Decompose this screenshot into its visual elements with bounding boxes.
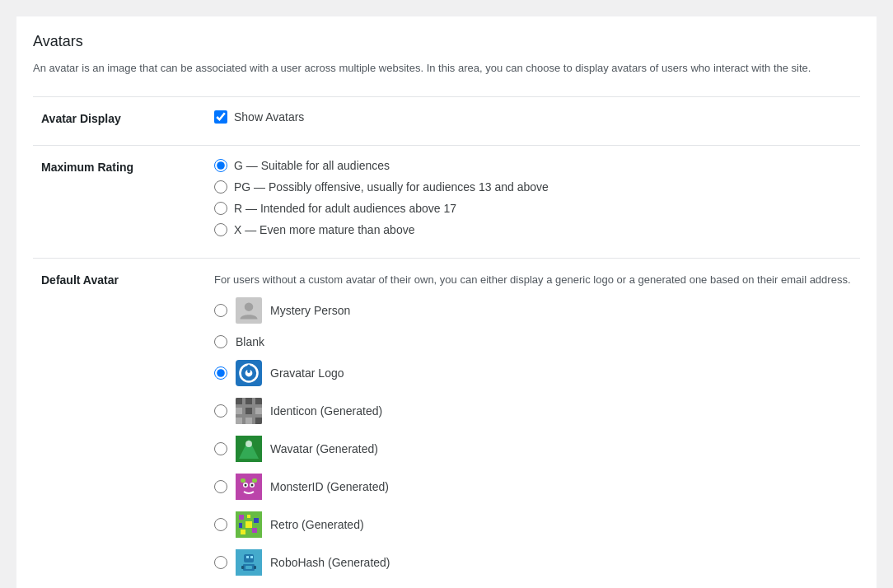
rating-r-radio[interactable] [214,202,227,215]
svg-rect-10 [255,408,262,414]
identicon-icon [236,398,262,424]
svg-point-20 [245,484,247,487]
svg-rect-39 [254,566,256,569]
svg-rect-3 [247,365,250,374]
default-avatar-description: For users without a custom avatar of the… [214,272,852,288]
avatar-display-field: Show Avatars [198,96,860,145]
rating-pg-option: PG — Possibly offensive, usually for aud… [214,180,852,194]
monsterid-icon [236,474,262,500]
avatar-wavatar-option: Wavatar (Generated) [214,436,852,462]
show-avatars-checkbox[interactable] [214,110,227,124]
svg-rect-34 [246,556,249,558]
avatar-retro-label: Retro (Generated) [270,518,364,531]
svg-rect-17 [236,474,262,500]
show-avatars-option: Show Avatars [214,110,852,124]
avatar-monsterid-option: MonsterID (Generated) [214,474,852,500]
avatar-monsterid-label: MonsterID (Generated) [270,480,389,493]
gravatar-logo-icon [236,360,262,386]
avatar-identicon-label: Identicon (Generated) [270,404,382,418]
svg-rect-37 [245,566,252,569]
retro-icon [236,511,262,538]
default-avatar-label: Default Avatar [33,258,198,588]
svg-rect-35 [250,556,253,558]
avatar-blank-option: Blank [214,335,852,348]
svg-rect-22 [241,478,245,483]
avatar-display-row: Avatar Display Show Avatars [33,96,860,145]
svg-rect-13 [255,418,262,424]
page-title: Avatars [33,33,860,50]
settings-table: Avatar Display Show Avatars Maximum Rati… [33,96,860,589]
avatar-gravatar-radio[interactable] [214,366,227,380]
svg-point-0 [245,302,254,311]
svg-rect-27 [254,518,259,523]
maximum-rating-field: G — Suitable for all audiences PG — Poss… [198,145,860,258]
rating-g-label: G — Suitable for all audiences [234,159,390,172]
avatar-retro-option: Retro (Generated) [214,511,852,538]
avatar-mystery-option: Mystery Person [214,297,852,324]
default-avatar-field: For users without a custom avatar of the… [198,258,860,588]
svg-rect-29 [245,521,252,528]
mystery-person-icon [236,297,262,324]
svg-rect-7 [255,398,262,404]
show-avatars-label: Show Avatars [234,110,304,124]
wavatar-icon [236,436,262,462]
avatar-gravatar-option: Gravatar Logo [214,360,852,386]
svg-rect-5 [236,398,242,404]
rating-x-option: X — Even more mature than above [214,223,852,236]
svg-rect-30 [241,530,245,534]
svg-rect-6 [245,398,252,404]
svg-point-21 [251,484,254,487]
avatar-mystery-radio[interactable] [214,304,227,317]
avatar-monsterid-radio[interactable] [214,480,227,493]
avatar-identicon-radio[interactable] [214,404,227,418]
rating-g-radio[interactable] [214,159,227,172]
default-avatar-row: Default Avatar For users without a custo… [33,258,860,588]
svg-point-16 [245,441,252,447]
avatar-mystery-label: Mystery Person [270,304,350,317]
avatar-robohash-label: RoboHash (Generated) [270,556,390,569]
maximum-rating-label: Maximum Rating [33,145,198,258]
settings-page: Avatars An avatar is an image that can b… [16,16,877,588]
avatar-blank-radio[interactable] [214,335,227,348]
avatar-wavatar-label: Wavatar (Generated) [270,442,378,455]
avatar-blank-label: Blank [236,335,264,348]
rating-g-option: G — Suitable for all audiences [214,159,852,172]
svg-rect-28 [239,523,242,528]
avatar-gravatar-label: Gravatar Logo [270,366,344,380]
rating-pg-label: PG — Possibly offensive, usually for aud… [234,180,549,194]
robohash-icon [236,549,262,576]
rating-x-radio[interactable] [214,223,227,236]
svg-rect-23 [252,478,257,483]
page-description: An avatar is an image that can be associ… [33,60,860,77]
rating-r-label: R — Intended for adult audiences above 1… [234,202,456,215]
maximum-rating-row: Maximum Rating G — Suitable for all audi… [33,145,860,258]
avatar-wavatar-radio[interactable] [214,442,227,455]
avatar-retro-radio[interactable] [214,518,227,531]
svg-rect-9 [245,408,252,414]
rating-pg-radio[interactable] [214,180,227,194]
svg-rect-11 [236,418,242,424]
rating-r-option: R — Intended for adult audiences above 1… [214,202,852,215]
avatar-robohash-option: RoboHash (Generated) [214,549,852,576]
svg-rect-8 [236,408,242,414]
svg-rect-26 [247,515,250,518]
svg-rect-31 [252,528,257,533]
svg-rect-12 [245,418,252,424]
rating-x-label: X — Even more mature than above [234,223,414,236]
svg-rect-38 [241,566,244,569]
avatar-robohash-radio[interactable] [214,556,227,569]
svg-rect-25 [239,515,244,520]
avatar-identicon-option: Identicon (Generated) [214,398,852,424]
avatar-display-label: Avatar Display [33,96,198,145]
